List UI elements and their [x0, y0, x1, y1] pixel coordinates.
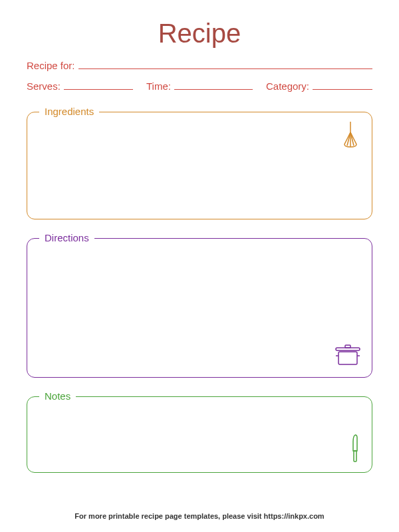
serves-label: Serves: [27, 80, 61, 92]
notes-label: Notes [39, 390, 76, 402]
footer-text: For more printable recipe page templates… [0, 512, 399, 520]
directions-label: Directions [39, 232, 94, 243]
directions-section: Directions [27, 238, 372, 378]
svg-rect-8 [354, 451, 356, 462]
recipe-for-row: Recipe for: [27, 59, 372, 71]
recipe-for-blank [78, 59, 372, 69]
page-title: Recipe [27, 19, 372, 49]
category-blank [313, 79, 372, 90]
knife-icon [350, 434, 360, 466]
whisk-icon [339, 120, 362, 151]
svg-rect-4 [338, 352, 357, 364]
time-blank [174, 79, 253, 90]
category-field: Category: [266, 79, 372, 92]
recipe-for-label: Recipe for: [27, 60, 75, 71]
time-field: Time: [146, 79, 253, 92]
meta-row: Serves: Time: Category: [27, 79, 372, 92]
category-label: Category: [266, 80, 309, 92]
serves-field: Serves: [27, 79, 133, 92]
ingredients-section: Ingredients [27, 112, 372, 219]
svg-rect-5 [345, 345, 350, 348]
notes-section: Notes [27, 396, 372, 473]
serves-blank [64, 79, 133, 90]
time-label: Time: [146, 80, 171, 92]
pot-icon [334, 344, 362, 369]
ingredients-label: Ingredients [39, 106, 99, 117]
